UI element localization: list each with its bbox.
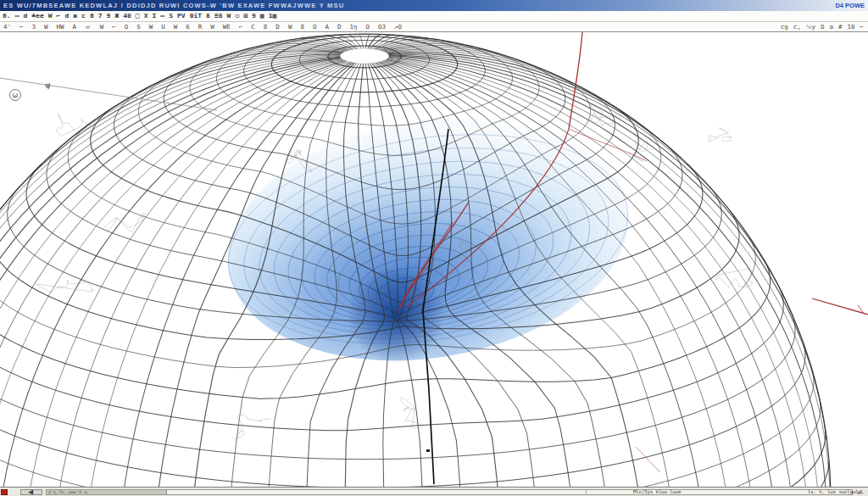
- toolbar-icon[interactable]: O: [313, 23, 317, 31]
- toolbar-icon[interactable]: ж: [73, 12, 77, 20]
- toolbar-icon[interactable]: W: [174, 23, 178, 31]
- toolbar-icon[interactable]: PV: [177, 12, 186, 20]
- viewport-canvas[interactable]: ωψ: [0, 32, 868, 487]
- toolbar-icon[interactable]: ⌐: [112, 23, 116, 31]
- toolbar-icon[interactable]: 6.: [3, 12, 11, 20]
- toolbar-icon[interactable]: ⌐: [19, 23, 24, 31]
- toolbar-icon[interactable]: 10: [847, 23, 854, 31]
- toolbar-icon[interactable]: ○: [235, 12, 239, 20]
- toolbar-icon[interactable]: I: [153, 12, 157, 20]
- toolbar-icon[interactable]: 0iT: [190, 12, 202, 20]
- toolbar-icon[interactable]: 40: [123, 12, 131, 20]
- toolbar-icon[interactable]: c: [81, 12, 86, 20]
- toolbar-row-1: 6.▭d♣eeW⌐dжc679Ж40□XI▭SPV0iT8≡8W○⊠9▦1▦: [0, 11, 868, 22]
- toolbar-icon[interactable]: W: [227, 12, 231, 20]
- toolbar-icon[interactable]: X: [144, 12, 148, 20]
- toolbar-icon[interactable]: c,: [793, 23, 801, 31]
- toolbar-icon[interactable]: ⌐: [239, 23, 243, 31]
- toolbar-icon[interactable]: HW: [57, 23, 64, 31]
- toolbar-icon[interactable]: ▭: [15, 12, 19, 20]
- omega-label: ω: [13, 92, 19, 99]
- toolbar-icon[interactable]: ↗O: [394, 23, 402, 31]
- toolbar-icon[interactable]: W: [48, 12, 53, 20]
- scrollbar-divider: [586, 490, 587, 494]
- app-window: ES WU/7MBSEAWE KEDWLAJ ! DDIDJD RUWI COW…: [0, 0, 868, 496]
- status-text-1: Mle/5ys klww lwwm: [633, 490, 681, 494]
- toolbar-icon[interactable]: S: [136, 23, 141, 31]
- toolbar-icon[interactable]: ≡8: [214, 12, 223, 20]
- plumb-line-marker: [426, 449, 430, 452]
- status-corner-icon[interactable]: ◿.: [854, 488, 867, 496]
- toolbar-group-left: 4'⌐3WHWA㎡W⌐OSWUW6RWWE⌐C8DW8OAD1ŋOO3↗O: [0, 23, 402, 31]
- toolbar-icon[interactable]: S: [169, 12, 173, 20]
- h-scrollbar-track[interactable]: y'x.?w..www'd ◄ Mle/5ys klww lwwm ls. h.…: [46, 489, 853, 495]
- h-scrollbar-thumb[interactable]: y'x.?w..www'd ◄: [47, 490, 167, 494]
- toolbar-icon[interactable]: ⊠: [243, 12, 248, 20]
- toolbar-icon[interactable]: A: [325, 23, 329, 31]
- toolbar-icon[interactable]: d: [64, 12, 69, 20]
- window-title: ES WU/7MBSEAWE KEDWLAJ ! DDIDJD RUWI COW…: [3, 2, 344, 8]
- toolbar-icon[interactable]: R: [198, 23, 203, 31]
- pager-button[interactable]: ◀▌: [20, 489, 42, 495]
- status-red-indicator: [1, 489, 8, 495]
- toolbar-icon[interactable]: 6: [90, 12, 94, 20]
- toolbar-icon[interactable]: 3: [32, 23, 36, 31]
- toolbar-icon[interactable]: ⌐: [860, 23, 864, 31]
- toolbar-icon[interactable]: ♣ee: [31, 12, 43, 20]
- toolbar-icon[interactable]: 7: [98, 12, 103, 20]
- toolbar-icon[interactable]: ▦: [260, 12, 264, 20]
- toolbar-icon[interactable]: 6: [186, 23, 190, 31]
- toolbar-icon[interactable]: ▭: [160, 12, 164, 20]
- toolbar-icon[interactable]: 8: [300, 23, 304, 31]
- toolbar-icon[interactable]: A: [73, 23, 77, 31]
- toolbar-icon[interactable]: U: [161, 23, 165, 31]
- toolbar-icon[interactable]: W: [210, 23, 214, 31]
- toolbar-icon[interactable]: W: [288, 23, 292, 31]
- toolbar-icon[interactable]: ⅍y: [806, 23, 815, 31]
- toolbar-icon[interactable]: W: [44, 23, 48, 31]
- toolbar-icon[interactable]: 1ŋ: [349, 23, 357, 31]
- toolbar-icon[interactable]: O: [125, 23, 129, 31]
- toolbar-icon[interactable]: W: [149, 23, 153, 31]
- toolbar-icon[interactable]: W: [100, 23, 104, 31]
- toolbar-icon[interactable]: 8: [264, 23, 268, 31]
- toolbar-icon[interactable]: Ж: [114, 12, 119, 20]
- toolbar-group-main: 6.▭d♣eeW⌐dжc679Ж40□XI▭SPV0iT8≡8W○⊠9▦1▦: [0, 12, 276, 20]
- toolbar-icon[interactable]: 9: [252, 12, 256, 20]
- toolbar-icon[interactable]: WE: [223, 23, 231, 31]
- toolbar-icon[interactable]: ㎡: [85, 23, 92, 31]
- toolbar-icon[interactable]: cg: [781, 23, 788, 31]
- toolbar-icon[interactable]: #: [838, 23, 843, 31]
- toolbar-icon[interactable]: ⌐: [57, 12, 61, 20]
- toolbar-icon[interactable]: C: [251, 23, 255, 31]
- toolbar-icon[interactable]: d: [23, 12, 27, 20]
- toolbar-icon[interactable]: O: [821, 23, 825, 31]
- toolbar-icon[interactable]: D: [275, 23, 280, 31]
- title-bar-status: D4 POWE: [835, 2, 865, 9]
- viewport[interactable]: ωψ: [0, 32, 868, 487]
- toolbar-icon[interactable]: a: [829, 23, 833, 31]
- toolbar-icon[interactable]: □: [136, 12, 140, 20]
- toolbar-icon[interactable]: 1▦: [269, 12, 277, 20]
- toolbar-icon[interactable]: O: [365, 23, 370, 31]
- toolbar-icon[interactable]: O3: [378, 23, 386, 31]
- toolbar-row-2: 4'⌐3WHWA㎡W⌐OSWUW6RWWE⌐C8DW8OAD1ŋOO3↗O cg…: [0, 22, 868, 32]
- title-bar[interactable]: ES WU/7MBSEAWE KEDWLAJ ! DDIDJD RUWI COW…: [0, 0, 868, 11]
- toolbar-icon[interactable]: 9: [107, 12, 111, 20]
- status-bar: ◀▌ y'x.?w..www'd ◄ Mle/5ys klww lwwm ls.…: [0, 487, 868, 496]
- toolbar-group-right: cgc,⅍yOa#10⌐: [777, 23, 868, 31]
- toolbar-icon[interactable]: 4': [3, 23, 11, 31]
- toolbar-icon[interactable]: D: [337, 23, 342, 31]
- toolbar-icon[interactable]: 8: [206, 12, 210, 20]
